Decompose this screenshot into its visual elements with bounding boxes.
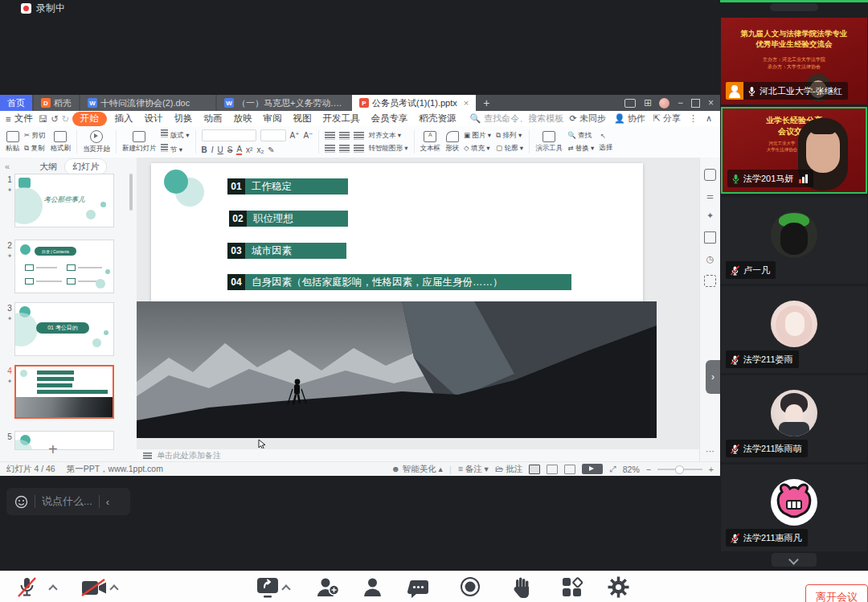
menu-start[interactable]: 开始 xyxy=(72,112,107,126)
layers-icon[interactable] xyxy=(704,231,716,244)
camera-options-caret[interactable] xyxy=(111,584,118,592)
menu-animation[interactable]: 动画 xyxy=(199,113,228,125)
align-center-icon[interactable] xyxy=(339,145,350,153)
font-name-select[interactable] xyxy=(202,129,256,141)
sync-status[interactable]: ⟳ 未同步 xyxy=(570,113,606,125)
slide-canvas[interactable]: 01工作稳定 02职位理想 03城市因素 04自身因素（包括家庭影响，性格因素，… xyxy=(137,158,699,448)
italic-button[interactable]: I xyxy=(211,145,214,154)
textbox-button[interactable]: A文本框 xyxy=(420,131,441,154)
add-slide-button[interactable]: + xyxy=(48,440,58,459)
zoom-in-button[interactable]: + xyxy=(709,465,714,474)
image-tool-icon[interactable] xyxy=(704,275,716,287)
invite-button[interactable] xyxy=(315,576,339,598)
participant-tile[interactable]: 法学211陈雨萌 xyxy=(721,375,867,462)
layout-button[interactable]: 版式 ▾ xyxy=(161,129,189,141)
chat-button[interactable] xyxy=(407,579,429,598)
sidepanel-icon[interactable] xyxy=(624,99,636,108)
apps-button[interactable] xyxy=(561,576,583,598)
tab-slides[interactable]: 幻灯片 xyxy=(64,158,107,175)
adjust-icon[interactable]: ⚌ xyxy=(706,191,714,200)
scroll-up-button[interactable] xyxy=(770,3,818,11)
notes-toggle[interactable]: ≡ 备注 ▾ xyxy=(458,464,489,475)
slide-thumbnail-4-selected[interactable] xyxy=(14,365,114,419)
bold-button[interactable]: B xyxy=(202,145,207,154)
participant-tile[interactable]: 法学211惠雨凡 xyxy=(721,465,867,551)
slide-list-item[interactable]: 04自身因素（包括家庭影响，性格因素，应届生身份……） xyxy=(227,274,571,290)
emoji-icon[interactable] xyxy=(14,495,28,509)
shrink-font-icon[interactable]: A⁻ xyxy=(303,131,313,140)
command-search[interactable]: 🔍 查找命令、搜索模板 xyxy=(470,113,564,125)
tab-presentation-active[interactable]: P 公务员考试(1)(1).pptx × xyxy=(352,95,476,111)
superscript-button[interactable]: x² xyxy=(246,145,252,154)
menu-docer-res[interactable]: 稻壳资源 xyxy=(414,113,462,125)
grow-font-icon[interactable]: A⁺ xyxy=(290,131,300,140)
zoom-level[interactable]: 82% xyxy=(623,465,640,474)
beautify-button[interactable]: ☻ 智能美化 ▴ xyxy=(391,464,443,475)
minimize-button[interactable]: − xyxy=(678,97,683,109)
share-button[interactable]: ⇱ 分享 xyxy=(653,113,681,125)
align-text-button[interactable]: 对齐文本 ▾ xyxy=(368,131,401,141)
leave-meeting-button[interactable]: 离开会议 xyxy=(805,584,868,602)
fit-zoom-icon[interactable]: ⤢ xyxy=(609,464,616,474)
picture-button[interactable]: ▣ 图片 ▾ xyxy=(464,131,491,141)
replace-button[interactable]: ⇄ 替换 ▾ xyxy=(567,144,594,154)
collapse-panel-icon[interactable]: « xyxy=(0,162,14,171)
menu-transition[interactable]: 切换 xyxy=(169,113,199,125)
panel-scrollbar[interactable] xyxy=(129,174,133,211)
section-button[interactable]: 节 ▾ xyxy=(161,144,189,155)
subscript-button[interactable]: x₂ xyxy=(256,145,264,154)
menu-view[interactable]: 视图 xyxy=(288,113,317,125)
participant-tile[interactable]: 法学211娄雨 xyxy=(721,286,867,373)
menu-slideshow[interactable]: 放映 xyxy=(228,113,258,125)
more-tools-icon[interactable]: ⋯ xyxy=(706,446,714,457)
tab-outline[interactable]: 大纲 xyxy=(32,159,64,174)
redo-icon[interactable]: ↻ xyxy=(62,113,70,125)
undo-icon[interactable]: ↺ xyxy=(47,113,62,125)
highlight-button[interactable]: ✎ xyxy=(268,145,274,154)
align-right-icon[interactable] xyxy=(354,145,364,153)
reading-view-icon[interactable] xyxy=(564,465,575,474)
new-tab-button[interactable]: + xyxy=(476,95,497,111)
slide-list-item[interactable]: 02职位理想 xyxy=(229,211,348,227)
tab-home[interactable]: 首页 xyxy=(0,95,32,111)
collapse-ribbon-icon[interactable]: ∧ xyxy=(706,113,712,124)
slide-list-item[interactable]: 03城市因素 xyxy=(227,243,346,259)
slide-thumbnail-3[interactable]: 01 考公目的 xyxy=(14,302,114,356)
fill-button[interactable]: ◇ 填充 ▾ xyxy=(464,144,491,154)
tab-document-2[interactable]: W （一）马克思+义务劳动.docx xyxy=(217,95,352,111)
zoom-slider[interactable] xyxy=(657,469,702,470)
new-slide-button[interactable]: 新建幻灯片 xyxy=(122,131,157,154)
menu-insert[interactable]: 插入 xyxy=(109,113,139,125)
account-avatar[interactable] xyxy=(659,98,669,109)
slideshow-play-button[interactable] xyxy=(582,464,603,474)
more-icon[interactable]: ⋮ xyxy=(689,113,698,124)
indent-icon[interactable] xyxy=(354,132,364,140)
chat-quickbar[interactable]: 说点什么... ‹ xyxy=(6,488,130,515)
maximize-button[interactable] xyxy=(691,99,700,108)
mic-muted-button[interactable] xyxy=(16,576,38,598)
collapse-chat-icon[interactable]: ‹ xyxy=(106,496,109,508)
close-button[interactable]: × xyxy=(708,97,714,109)
collab-button[interactable]: 👤 协作 xyxy=(614,113,645,125)
normal-view-icon[interactable] xyxy=(529,465,540,474)
tab-docer[interactable]: D 稻壳 xyxy=(34,95,79,111)
numbering-icon[interactable] xyxy=(339,132,350,140)
play-from-current-button[interactable]: 当页开始 xyxy=(83,130,110,154)
menu-design[interactable]: 设计 xyxy=(139,113,169,125)
settings-button[interactable] xyxy=(608,576,629,598)
menu-devtools[interactable]: 开发工具 xyxy=(317,113,366,125)
slide-list-item[interactable]: 01工作稳定 xyxy=(227,178,348,195)
sorter-view-icon[interactable] xyxy=(547,465,558,474)
arrange-button[interactable]: ⧉ 排列 ▾ xyxy=(496,131,523,141)
save-icon[interactable]: 🖫 xyxy=(39,114,48,124)
zoom-slider-knob[interactable] xyxy=(675,465,684,474)
select-button[interactable]: ↖选择 xyxy=(599,132,612,153)
copy-button[interactable]: ⧉ 复制 xyxy=(24,144,45,154)
participant-tile[interactable]: 卢一凡 xyxy=(721,197,867,284)
chat-input-placeholder[interactable]: 说点什么... xyxy=(42,494,92,509)
record-button[interactable] xyxy=(460,576,481,597)
share-screen-button[interactable] xyxy=(256,576,280,599)
smart-graphic-button[interactable]: 转智能图形 ▾ xyxy=(368,144,407,154)
paste-button[interactable]: 粘贴 xyxy=(6,131,19,154)
share-options-caret[interactable] xyxy=(283,584,290,592)
